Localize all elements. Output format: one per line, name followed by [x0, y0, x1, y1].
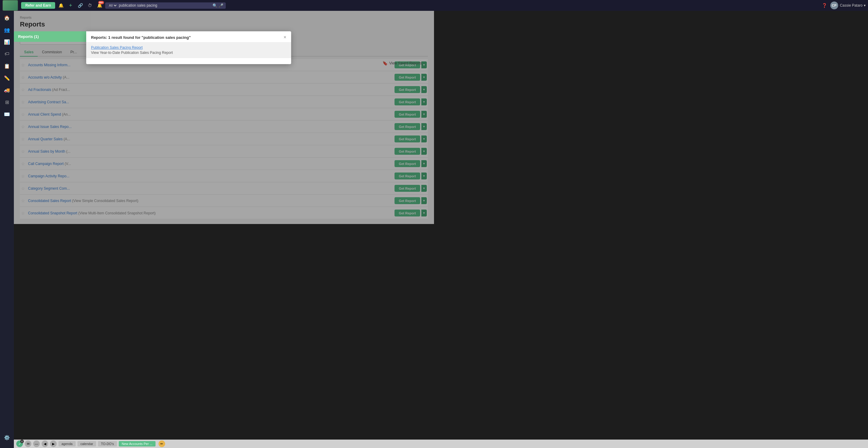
- close-button[interactable]: ×: [284, 35, 286, 40]
- clock-icon[interactable]: ⏱: [86, 1, 94, 9]
- sidebar: 🏠 👥 📊 🏷 📋 ✏️ 🚚 ⊞ ✉️ ⚙️: [0, 0, 14, 224]
- search-panel-header: Reports (1): [14, 31, 86, 42]
- app-logo: [2, 0, 18, 11]
- sidebar-item-truck[interactable]: 🚚: [1, 84, 13, 96]
- notification-badge: 99+: [98, 1, 104, 4]
- top-navigation: Refer and Earn 🔔 + 🔗 ⏱ 🔔 99+ All 🔍 🎤 ❓ C…: [0, 0, 434, 11]
- sidebar-item-tag[interactable]: 🏷: [1, 48, 13, 60]
- search-scope-dropdown[interactable]: All: [107, 3, 118, 7]
- sidebar-item-mail[interactable]: ✉️: [1, 108, 13, 120]
- link-icon[interactable]: 🔗: [76, 1, 84, 9]
- result-link[interactable]: Publication Sales Pacing Report: [91, 45, 286, 50]
- search-input[interactable]: [119, 3, 211, 7]
- result-item[interactable]: Publication Sales Pacing Report View Yea…: [86, 42, 291, 58]
- sidebar-item-clipboard[interactable]: 📋: [1, 60, 13, 72]
- refer-earn-button[interactable]: Refer and Earn: [21, 2, 55, 9]
- notification-bell-icon[interactable]: 🔔 99+: [96, 1, 103, 9]
- notification-icon-1[interactable]: 🔔: [57, 1, 65, 9]
- sidebar-item-users[interactable]: 👥: [1, 24, 13, 36]
- search-results-panel: Reports (1): [14, 31, 86, 42]
- results-header-text: Reports: 1 result found for "publication…: [91, 35, 191, 40]
- sidebar-item-chart[interactable]: 📊: [1, 36, 13, 47]
- sidebar-item-pencil[interactable]: ✏️: [1, 72, 13, 84]
- result-description: View Year-to-Date Publication Sales Paci…: [91, 50, 286, 55]
- search-bar: All 🔍 🎤: [105, 2, 226, 9]
- mic-icon[interactable]: 🎤: [218, 3, 223, 8]
- sidebar-item-home[interactable]: 🏠: [1, 12, 13, 24]
- add-icon[interactable]: +: [67, 1, 74, 9]
- results-modal: Reports: 1 result found for "publication…: [86, 31, 291, 64]
- sidebar-item-grid[interactable]: ⊞: [1, 96, 13, 108]
- search-icon[interactable]: 🔍: [213, 3, 217, 8]
- results-modal-header: Reports: 1 result found for "publication…: [86, 31, 291, 42]
